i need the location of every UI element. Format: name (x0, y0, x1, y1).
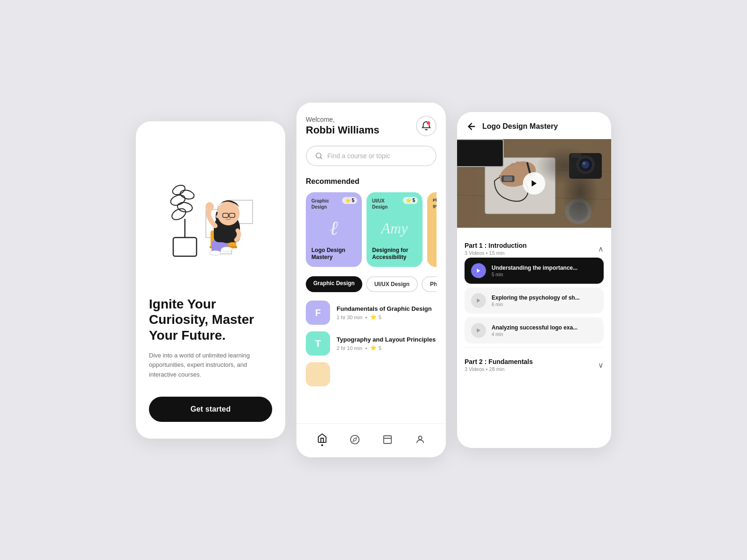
lesson-1-title: Understanding the importance... (492, 265, 597, 271)
lesson-play-icon-3 (476, 328, 481, 333)
nav-home-dot (321, 444, 323, 446)
rec-card-rating: ⭐ 5 (342, 197, 357, 204)
onboarding-screen: Ignite Your Curiosity, Master Your Futur… (136, 121, 285, 439)
rec-card-rating-2: ⭐ 5 (403, 197, 418, 204)
rec-card-graphic-2: Amy (372, 210, 417, 247)
lesson-2-play (471, 293, 486, 308)
onboarding-headline: Ignite Your Curiosity, Master Your Futur… (149, 296, 272, 343)
recommended-label: Recommended (306, 177, 437, 186)
rec-card-photography[interactable]: Photo-graph... (427, 192, 437, 267)
nav-profile[interactable] (413, 433, 427, 447)
course-detail-title: Logo Design Mastery (482, 122, 558, 131)
video-overlay (457, 139, 611, 228)
category-chips: Graphic Design UI/UX Design Photography (306, 276, 437, 292)
lesson-3[interactable]: Analyzing successful logo exa... 4 min (465, 317, 604, 343)
svg-rect-30 (384, 436, 392, 444)
svg-point-4 (169, 194, 187, 208)
welcome-greeting: Welcome, (306, 116, 379, 123)
back-button[interactable] (466, 121, 477, 132)
nav-home[interactable] (315, 431, 329, 448)
section-1-title: Part 1 : Introduction (465, 242, 527, 249)
lesson-2-title: Exploring the psychology of sh... (492, 294, 597, 301)
chevron-up-icon: ∧ (598, 245, 604, 253)
svg-point-20 (217, 201, 240, 225)
onboarding-illustration (159, 163, 262, 266)
onboarding-content: Ignite Your Curiosity, Master Your Futur… (149, 296, 272, 422)
user-name: Robbi Williams (306, 124, 379, 136)
lesson-3-duration: 4 min (492, 332, 597, 337)
lesson-1-info: Understanding the importance... 5 min (492, 265, 597, 277)
bottom-nav (296, 423, 446, 457)
course-item-partial[interactable] (306, 362, 437, 386)
section-divider (465, 347, 604, 348)
back-arrow-icon (466, 121, 477, 132)
svg-point-24 (216, 215, 219, 218)
svg-marker-51 (532, 180, 537, 187)
svg-point-16 (221, 247, 233, 252)
chip-photography[interactable]: Photography (422, 276, 437, 292)
section-1-header[interactable]: Part 1 : Introduction 3 Videos • 15 min … (465, 235, 604, 258)
svg-point-5 (179, 189, 195, 201)
rec-card-accessibility[interactable]: UI/UXDesign ⭐ 5 Amy Designing forAccessi… (366, 192, 423, 267)
home-body: Welcome, Robbi Williams Find a c (296, 103, 446, 423)
search-bar[interactable]: Find a course or topic (306, 146, 437, 166)
lesson-2[interactable]: Exploring the psychology of sh... 6 min (465, 287, 604, 314)
course-item-typography[interactable]: T Typography and Layout Principles 2 hr … (306, 331, 437, 356)
recommended-cards: GraphicDesign ⭐ 5 ℓ Logo DesignMastery U… (306, 192, 437, 267)
play-button[interactable] (523, 172, 545, 195)
course-meta-fundamentals: 1 hr 30 min • ⭐ 5 (337, 314, 432, 320)
svg-line-27 (320, 157, 322, 159)
svg-point-6 (171, 183, 187, 196)
course-icon-partial (306, 362, 330, 386)
search-input[interactable]: Find a course or topic (327, 152, 390, 160)
lesson-3-info: Analyzing successful logo exa... 4 min (492, 324, 597, 337)
section-1-meta: 3 Videos • 15 min (465, 250, 527, 256)
nav-explore[interactable] (348, 433, 362, 447)
svg-point-32 (418, 436, 422, 440)
screens-container: Ignite Your Curiosity, Master Your Futur… (136, 103, 611, 457)
user-icon (415, 434, 425, 445)
course-header: Logo Design Mastery (457, 112, 611, 139)
course-meta-typography: 2 hr 10 min • ⭐ 5 (337, 345, 436, 351)
svg-point-26 (316, 153, 321, 158)
svg-point-3 (177, 202, 193, 213)
lesson-2-duration: 6 min (492, 302, 597, 307)
svg-point-28 (351, 435, 359, 444)
chip-graphic-design[interactable]: Graphic Design (306, 276, 362, 292)
svg-marker-54 (477, 329, 480, 333)
nav-library[interactable] (381, 433, 395, 447)
section-2-header[interactable]: Part 2 : Fundamentals 3 Videos • 28 min … (465, 351, 604, 374)
chevron-down-icon: ∨ (598, 361, 604, 370)
lesson-1[interactable]: Understanding the importance... 5 min (465, 258, 604, 284)
lesson-play-icon-2 (476, 298, 481, 303)
svg-marker-52 (477, 269, 480, 273)
svg-point-19 (205, 202, 214, 211)
onboarding-subtext: Dive into a world of unlimited learning … (149, 351, 272, 380)
lesson-3-title: Analyzing successful logo exa... (492, 324, 597, 331)
notification-button[interactable] (416, 116, 437, 136)
course-item-fundamentals[interactable]: F Fundamentals of Graphic Design 1 hr 30… (306, 301, 437, 325)
lesson-2-info: Exploring the psychology of sh... 6 min (492, 294, 597, 307)
rec-card-tag-3: Photo-graph... (433, 198, 437, 209)
course-info: Fundamentals of Graphic Design 1 hr 30 m… (337, 305, 432, 320)
chip-uiux[interactable]: UI/UX Design (366, 276, 418, 292)
course-info-2: Typography and Layout Principles 2 hr 10… (337, 336, 436, 351)
search-icon (315, 152, 323, 160)
bell-icon (421, 121, 431, 131)
course-title-fundamentals: Fundamentals of Graphic Design (337, 305, 432, 312)
rec-card-logo-design[interactable]: GraphicDesign ⭐ 5 ℓ Logo DesignMastery (306, 192, 362, 267)
rec-card-tag-2: UI/UXDesign (372, 198, 388, 210)
welcome-row: Welcome, Robbi Williams (306, 116, 437, 136)
illustration-area (149, 136, 272, 293)
book-icon (382, 434, 393, 445)
lesson-1-play (471, 263, 486, 278)
lesson-play-icon-1 (476, 268, 481, 273)
section-2-title: Part 2 : Fundamentals (465, 358, 533, 365)
video-thumbnail (457, 139, 611, 228)
lesson-3-play (471, 323, 486, 338)
svg-point-15 (210, 251, 221, 255)
home-icon (317, 433, 327, 443)
lesson-1-duration: 5 min (492, 272, 597, 277)
get-started-button[interactable]: Get started (149, 397, 272, 422)
svg-point-25 (427, 121, 430, 125)
